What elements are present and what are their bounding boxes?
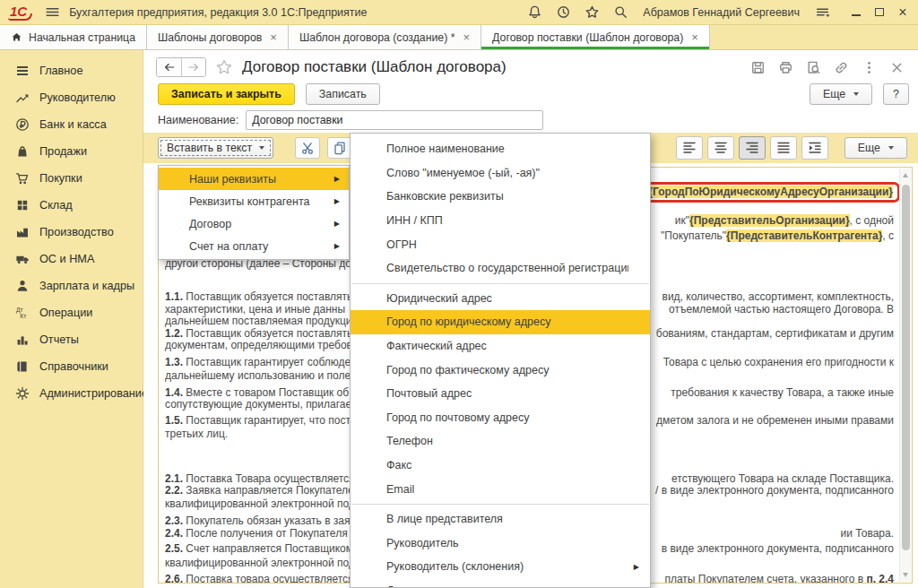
current-user[interactable]: Абрамов Геннадий Сергеевич	[643, 6, 800, 19]
close-icon[interactable]	[886, 57, 907, 77]
align-left-button[interactable]	[676, 136, 703, 160]
sidebar-item-os-i-nma[interactable]: ОС и НМА	[0, 246, 143, 272]
forward-button[interactable]	[181, 58, 205, 76]
save-and-close-button[interactable]: Записать и закрыть	[158, 83, 295, 105]
requisites-submenu-item[interactable]: Полное наименование	[351, 137, 650, 161]
name-input[interactable]	[246, 110, 543, 130]
maximize-button[interactable]	[870, 4, 889, 22]
sidebar-item-otchety[interactable]: Отчеты	[0, 326, 143, 353]
search-icon[interactable]	[611, 3, 630, 22]
back-button[interactable]	[157, 58, 181, 76]
favorites-star-icon[interactable]	[582, 3, 602, 22]
vertical-scrollbar[interactable]	[899, 169, 911, 582]
insert-menu-item[interactable]: Наши реквизиты▶	[159, 168, 349, 190]
tab-close-icon[interactable]: ×	[691, 30, 698, 44]
tab-2[interactable]: Шаблоны договоров×	[147, 25, 289, 49]
chevron-down-icon	[259, 146, 264, 150]
sidebar-item-bank-i-kassa[interactable]: Банк и касса	[0, 111, 143, 138]
requisites-submenu-item[interactable]: Фактический адрес	[351, 334, 650, 359]
submenu-arrow-icon: ▶	[628, 563, 641, 571]
1c-logo: 1С	[9, 4, 30, 22]
menu-separator	[351, 283, 649, 284]
sidebar-item-prodazhi[interactable]: Продажи	[0, 138, 143, 165]
menu-separator	[351, 504, 649, 505]
requisites-submenu-item[interactable]: Факс	[351, 454, 650, 478]
administrirovanie-icon	[14, 386, 30, 402]
requisites-submenu-item[interactable]: Банковские реквизиты	[351, 185, 650, 209]
tab-close-icon[interactable]: ×	[463, 30, 471, 44]
align-justify-button[interactable]	[770, 136, 797, 160]
requisites-submenu-item[interactable]: ИНН / КПП	[351, 209, 650, 233]
copy-icon[interactable]	[327, 137, 352, 159]
sidebar-item-label: Главное	[39, 65, 82, 77]
insert-menu-item[interactable]: Договор▶	[159, 212, 349, 235]
sidebar-item-label: Зарплата и кадры	[39, 280, 134, 292]
main-menu-icon[interactable]	[42, 3, 62, 22]
spravochniki-icon	[14, 359, 30, 375]
print-icon[interactable]	[775, 57, 796, 77]
favorite-star-icon[interactable]	[215, 58, 233, 76]
titlebar: 1С Бухгалтерия предприятия, редакция 3.0…	[0, 0, 918, 25]
sidebar-item-zarplata-i-kadry[interactable]: Зарплата и кадры	[0, 272, 143, 299]
minimize-button[interactable]	[846, 4, 866, 22]
svg-text:Кт: Кт	[20, 313, 26, 319]
sidebar-item-glavnoe[interactable]: Главное	[0, 57, 143, 84]
align-right-button[interactable]	[739, 136, 766, 160]
sidebar-item-label: Операции	[39, 307, 92, 319]
requisites-submenu-item[interactable]: Свидетельство о государственной регистра…	[351, 256, 650, 281]
insert-menu-item[interactable]: Счет на оплату▶	[159, 235, 349, 257]
sidebar-item-label: Отчеты	[39, 333, 79, 346]
cut-icon[interactable]	[295, 137, 320, 159]
menu-item-label: Банковские реквизиты	[386, 190, 628, 203]
tab-3[interactable]: Шаблон договора (создание) *×	[289, 25, 481, 49]
history-icon[interactable]	[553, 3, 573, 22]
sidebar-item-proizvodstvo[interactable]: Производство	[0, 219, 143, 246]
more-dots-icon[interactable]	[858, 57, 879, 77]
sidebar-item-label: Банк и касса	[39, 118, 107, 131]
insert-menu-item[interactable]: Реквизиты контрагента▶	[159, 190, 349, 212]
bell-icon[interactable]	[524, 3, 544, 22]
requisites-submenu-item[interactable]: Город по юридическому адресу	[351, 310, 650, 334]
requisites-submenu-item[interactable]: Руководитель (склонения)▶	[351, 555, 650, 579]
save-icon[interactable]	[747, 57, 768, 77]
requisites-submenu-item[interactable]: Должность руководителя	[351, 579, 650, 588]
menu-item-label: Свидетельство о государственной регистра…	[386, 262, 628, 274]
menu-item-label: Город по фактическому адресу	[386, 364, 628, 376]
link-icon[interactable]	[830, 57, 852, 77]
requisites-submenu-item[interactable]: Юридический адрес	[351, 287, 650, 311]
tab-4-active[interactable]: Договор поставки (Шаблон договора)×	[481, 25, 710, 49]
sidebar-item-sklad[interactable]: Склад	[0, 192, 143, 219]
requisites-submenu-item[interactable]: ОГРН	[351, 232, 650, 256]
preview-icon[interactable]	[802, 57, 824, 77]
align-center-button[interactable]	[707, 136, 734, 160]
requisites-submenu-item[interactable]: В лице представителя	[351, 507, 650, 532]
submenu-arrow-icon: ▶	[329, 242, 342, 250]
sidebar-item-rukovoditelyu[interactable]: Руководителю	[0, 84, 143, 111]
toolbar-more-button[interactable]: Еще	[844, 137, 907, 159]
proizvodstvo-icon	[14, 225, 30, 240]
sidebar-item-spravochniki[interactable]: Справочники	[0, 353, 143, 380]
requisites-submenu-item[interactable]: Почтовый адрес	[351, 382, 650, 406]
indent-button[interactable]	[801, 136, 828, 160]
close-button[interactable]: ×	[893, 4, 913, 22]
name-field-row: Наименование:	[143, 108, 918, 133]
sidebar-item-operatsii[interactable]: ДтКтОперации	[0, 299, 143, 326]
requisites-submenu-item[interactable]: Email	[351, 477, 650, 501]
sections-panel: ГлавноеРуководителюБанк и кассаПродажиПо…	[0, 50, 143, 588]
requisites-submenu-item[interactable]: Телефон	[351, 429, 650, 454]
sidebar-item-pokupki[interactable]: Покупки	[0, 165, 143, 192]
scrollbar-thumb[interactable]	[902, 185, 910, 550]
sidebar-item-label: Продажи	[39, 145, 87, 158]
requisites-submenu-item[interactable]: Руководитель	[351, 532, 650, 556]
requisites-submenu-item[interactable]: Город по фактическому адресу	[351, 358, 650, 382]
sidebar-item-administrirovanie[interactable]: Администрирование	[0, 380, 143, 407]
tab-1[interactable]: Начальная страница	[0, 25, 147, 49]
requisites-submenu-item[interactable]: Слово "именуемое (-ый, -ая)"	[351, 161, 650, 186]
save-button[interactable]: Записать	[306, 83, 380, 105]
insert-into-text-button[interactable]: Вставить в текст	[158, 137, 273, 159]
requisites-submenu-item[interactable]: Город по почтовому адресу	[351, 406, 650, 430]
tab-close-icon[interactable]: ×	[270, 30, 277, 44]
help-button[interactable]: ?	[883, 83, 909, 105]
service-menu-icon[interactable]	[812, 3, 832, 22]
more-button[interactable]: Еще	[810, 83, 872, 105]
